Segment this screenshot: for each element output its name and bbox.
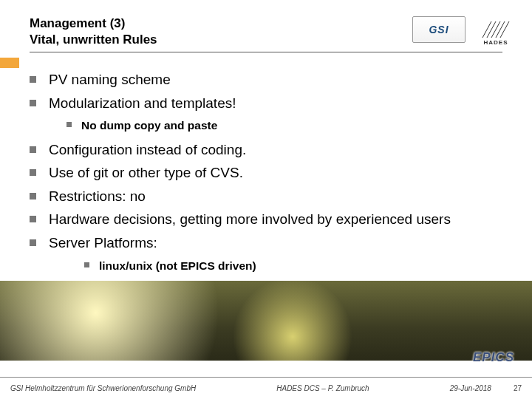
svg-line-2 <box>491 21 500 38</box>
sublist-item-text: linux/unix (not EPICS driven) <box>99 259 256 272</box>
footer-page: 27 <box>514 384 522 392</box>
footer-date: 29-Jun-2018 <box>450 384 491 392</box>
list-item: Hardware decisions, getting more involve… <box>30 210 510 229</box>
list-item-text: Modularization and templates! <box>49 95 236 111</box>
title-divider <box>30 52 502 52</box>
list-item-text: PV naming scheme <box>49 72 171 87</box>
footer: GSI Helmholtzzentrum für Schwerionenfors… <box>0 377 532 399</box>
list-item-text: Restrictions: no <box>49 188 146 204</box>
sublist-item: No dump copy and paste <box>66 117 510 134</box>
svg-line-0 <box>482 21 491 38</box>
list-item: Server Platforms: linux/unix (not EPICS … <box>30 233 510 274</box>
list-item-text: Use of git or other type of CVS. <box>49 165 243 180</box>
list-item: Configuration instead of coding. <box>30 140 510 160</box>
footer-org: GSI Helmholtzzentrum für Schwerionenfors… <box>10 384 196 392</box>
svg-line-1 <box>487 21 496 38</box>
list-item-text: Server Platforms: <box>49 235 157 250</box>
list-item: PV naming scheme <box>30 70 510 89</box>
list-item-text: Configuration instead of coding. <box>49 142 246 157</box>
hades-logo: HADES <box>474 13 517 46</box>
list-item: Restrictions: no <box>30 187 510 206</box>
epics-logo: EPICS <box>473 350 514 365</box>
hades-logo-label: HADES <box>483 39 508 46</box>
list-item: Modularization and templates! No dump co… <box>30 94 510 134</box>
gsi-logo: GSI <box>412 16 466 43</box>
sublist-item: linux/unix (not EPICS driven) <box>84 257 510 274</box>
bullet-list: PV naming scheme Modularization and temp… <box>30 70 510 274</box>
background-strip <box>0 281 532 361</box>
footer-center: HADES DCS – P. Zumbruch <box>196 384 450 392</box>
svg-line-3 <box>496 21 505 38</box>
svg-line-4 <box>500 21 509 38</box>
list-item: Use of git or other type of CVS. <box>30 163 510 183</box>
list-item-text: Hardware decisions, getting more involve… <box>49 211 451 227</box>
sublist-item-text: No dump copy and paste <box>81 119 217 132</box>
